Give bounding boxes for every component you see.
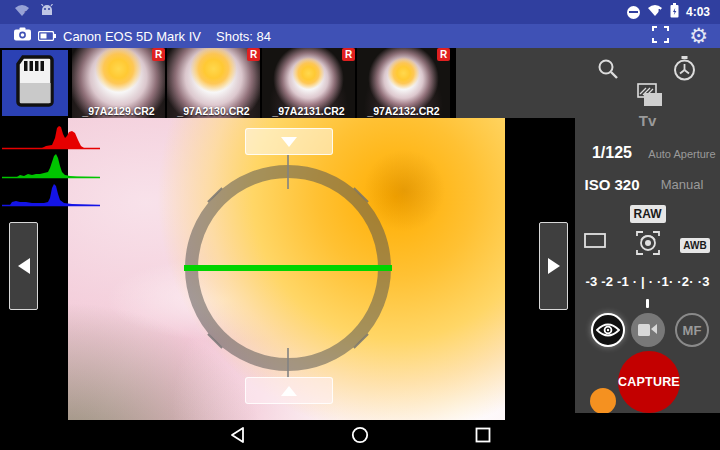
raw-badge: R	[152, 48, 165, 61]
capture-button[interactable]: CAPTURE	[618, 351, 680, 413]
thumbnail-filename: _97A2129.CR2	[72, 105, 165, 117]
shutter-speed-value[interactable]: 1/125	[575, 144, 649, 162]
thumbnail-strip-list: R _97A2129.CR2 R _97A2130.CR2 R _97A2131…	[0, 48, 456, 118]
clock-time: 4:03	[686, 5, 710, 19]
home-icon	[351, 426, 369, 444]
arrow-left-icon	[18, 258, 30, 274]
movie-mode-button[interactable]	[631, 313, 665, 347]
camera-stabilize-icon	[633, 228, 663, 258]
histogram-overlay	[2, 124, 110, 214]
shots-counter: Shots: 84	[216, 29, 271, 44]
nav-back-button[interactable]	[227, 425, 247, 445]
adjust-up-button[interactable]	[245, 128, 333, 155]
camera-icon	[14, 27, 31, 45]
aperture-mode-label[interactable]: Auto Aperture	[643, 148, 720, 160]
capture-label: CAPTURE	[618, 375, 680, 389]
eye-icon	[596, 322, 620, 338]
thumbnail-item[interactable]: R _97A2129.CR2	[72, 48, 165, 118]
search-icon	[596, 57, 620, 81]
thumbnail-filename: _97A2132.CR2	[357, 105, 450, 117]
triangle-up-icon	[281, 386, 297, 396]
triangle-down-icon	[281, 137, 297, 147]
stopwatch-icon	[672, 56, 697, 82]
metering-button[interactable]	[583, 231, 607, 249]
memory-card-button[interactable]	[2, 50, 68, 116]
shooting-mode-label[interactable]: Tv	[575, 112, 720, 129]
thumbnail-item[interactable]: R _97A2131.CR2	[262, 48, 355, 118]
iso-value[interactable]: ISO 320	[575, 176, 649, 193]
app-bar: Canon EOS 5D Mark IV Shots: 84 ⚙	[0, 24, 720, 48]
wifi-question-icon: ?	[14, 3, 30, 21]
timer-button[interactable]	[669, 54, 699, 84]
ev-indicator-tick	[646, 299, 649, 308]
level-green-line	[184, 265, 392, 271]
adjust-down-button[interactable]	[245, 377, 333, 404]
manual-focus-button[interactable]: MF	[675, 313, 709, 347]
awb-badge: AWB	[680, 238, 709, 253]
nav-home-button[interactable]	[350, 425, 370, 445]
thumbnail-filename: _97A2130.CR2	[167, 105, 260, 117]
wifi-status-icon	[647, 3, 663, 21]
mf-label: MF	[683, 323, 702, 338]
thumbnail-item[interactable]: R _97A2130.CR2	[167, 48, 260, 118]
control-panel: Tv 1/125 Auto Aperture ISO 320 Manual RA…	[575, 48, 720, 413]
image-quality-button[interactable]: RAW	[575, 204, 720, 223]
exposure-compensation-scale[interactable]: -3 -2 -1 · | · ·1· ·2· ·3	[575, 274, 720, 289]
layers-icon	[632, 82, 664, 110]
next-image-button[interactable]	[539, 222, 568, 310]
bracketing-button[interactable]	[631, 81, 665, 111]
crosshair-line-top	[287, 155, 289, 189]
recents-icon	[475, 427, 491, 443]
thumbnail-filename: _97A2131.CR2	[262, 105, 355, 117]
svg-text:?: ?	[24, 10, 28, 17]
bulb-indicator-button[interactable]	[590, 388, 616, 413]
raw-badge: R	[437, 48, 450, 61]
liveview-eye-button[interactable]	[591, 313, 625, 347]
raw-badge: R	[342, 48, 355, 61]
nav-recents-button[interactable]	[473, 425, 493, 445]
android-status-bar: ? 4:03	[0, 0, 720, 24]
back-icon	[229, 426, 246, 444]
raw-badge: R	[247, 48, 260, 61]
liveview-image[interactable]	[68, 118, 505, 420]
camera-model-title: Canon EOS 5D Mark IV	[63, 29, 201, 44]
crosshair-line-bottom	[287, 348, 289, 378]
white-balance-button[interactable]: AWB	[675, 235, 715, 253]
stabilizer-button[interactable]	[632, 227, 664, 259]
camera-battery-icon	[38, 27, 56, 45]
android-debug-icon	[40, 3, 54, 21]
arrow-right-icon	[548, 258, 560, 274]
frame-rect-icon	[584, 233, 606, 248]
battery-charging-icon	[670, 3, 679, 22]
raw-quality-badge: RAW	[630, 205, 666, 223]
iso-mode-label[interactable]: Manual	[643, 177, 720, 192]
thumbnail-item[interactable]: R _97A2132.CR2	[357, 48, 450, 118]
settings-gear-icon[interactable]: ⚙	[689, 26, 708, 46]
video-camera-icon	[638, 323, 658, 337]
do-not-disturb-icon	[627, 6, 640, 19]
sd-card-icon	[15, 55, 55, 111]
previous-image-button[interactable]	[9, 222, 38, 310]
android-navigation-bar	[0, 420, 720, 450]
fullscreen-icon[interactable]	[652, 26, 669, 47]
zoom-search-button[interactable]	[593, 54, 623, 84]
